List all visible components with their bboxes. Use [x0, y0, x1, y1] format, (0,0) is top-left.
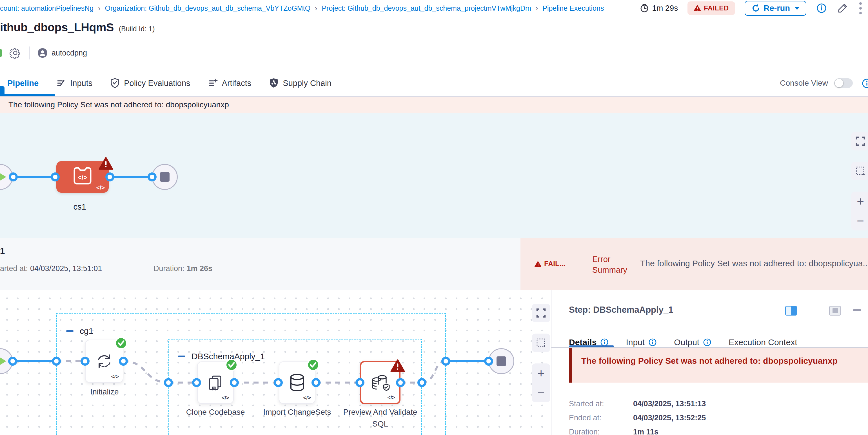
info-icon[interactable] [816, 3, 827, 14]
triggered-by-user: autocdpng [37, 48, 87, 58]
canvas-controls: + − [532, 304, 550, 402]
group-dbschemaapply-header[interactable]: DBSchemaApply_1 [178, 352, 265, 361]
detail-value: 1m 11s [633, 428, 658, 435]
collapse-icon[interactable] [178, 355, 185, 357]
user-name-label: autocdpng [52, 49, 87, 58]
header-actions: 1m 29s FAILED Re-run [640, 1, 868, 16]
zoom-out-button[interactable]: − [537, 386, 545, 399]
zoom-in-button[interactable]: + [537, 367, 545, 379]
zoom-controls: + − [851, 192, 868, 230]
info-icon [648, 338, 657, 347]
step-label-clone-codebase: Clone Codebase [176, 406, 255, 418]
detail-label: Started at: [569, 400, 633, 408]
code-glyph: </> [96, 184, 105, 191]
zoom-out-button[interactable]: − [857, 215, 864, 227]
tab-pipeline[interactable]: Pipeline [7, 79, 39, 88]
connector-port [51, 173, 60, 181]
divider [29, 46, 30, 59]
detail-row-duration: Duration: 1m 11s [569, 428, 658, 435]
selection-tool-button[interactable] [851, 162, 868, 180]
meta-row: autocdpng [0, 45, 87, 61]
minimize-panel-button[interactable] [853, 309, 861, 311]
layout-right-view-button[interactable] [785, 306, 797, 315]
collapse-icon[interactable] [66, 330, 73, 332]
group-cg1-header[interactable]: cg1 [66, 326, 93, 336]
panel-error-text: The following Policy Set was not adhered… [581, 356, 838, 365]
tab-policy-evaluations-label: Policy Evaluations [124, 79, 190, 88]
tab-pipeline-label: Pipeline [7, 79, 39, 88]
step-details-panel: Step: DBSchemaApply_1 Details Input [551, 290, 868, 435]
breadcrumb-separator [315, 4, 317, 12]
connector-port [9, 173, 18, 181]
code-glyph: </> [222, 395, 229, 401]
execution-tabbar: Pipeline Inputs Policy Evaluations [0, 70, 868, 97]
panel-tab-execution-context[interactable]: Execution Context [728, 338, 797, 347]
play-icon [0, 172, 7, 182]
fullscreen-button[interactable] [851, 132, 868, 150]
info-icon[interactable] [861, 78, 868, 89]
step-success-badge [307, 359, 319, 371]
started-label: arted at: [0, 264, 28, 273]
fail-badge: FAIL... [534, 260, 565, 268]
group-cg1-label: cg1 [80, 326, 93, 336]
fullscreen-button[interactable] [532, 304, 550, 322]
status-badge: FAILED [687, 1, 735, 15]
stage-node-cs1[interactable]: </> </> [56, 161, 109, 193]
connector-port [396, 378, 405, 387]
rerun-button[interactable]: Re-run [745, 1, 806, 16]
code-glyph: </> [388, 395, 395, 401]
edit-pencil-icon[interactable] [837, 2, 848, 14]
zoom-in-button[interactable]: + [857, 195, 864, 208]
tab-inputs-label: Inputs [70, 79, 92, 88]
panel-tab-input[interactable]: Input [626, 338, 657, 347]
breadcrumb-project[interactable]: Project: Github_db_devops_aut_db_schema_… [322, 4, 531, 12]
console-view-toggle[interactable] [834, 78, 853, 88]
panel-tab-execution-context-label: Execution Context [728, 338, 797, 347]
connector-port [417, 378, 426, 387]
connector-port [148, 173, 157, 181]
canvas-controls: + − [851, 132, 868, 230]
database-check-icon [370, 373, 390, 392]
console-view-label: Console View [780, 79, 828, 88]
elapsed-time: 1m 29s [640, 3, 678, 13]
pipeline-stage-canvas[interactable]: </> </> cs1 [0, 113, 868, 238]
panel-tab-output[interactable]: Output [674, 338, 712, 347]
more-options-kebab-icon[interactable] [858, 1, 863, 15]
status-badge-label: FAILED [704, 4, 728, 12]
connector-port [8, 357, 17, 366]
database-icon [289, 374, 306, 392]
connector-port [355, 378, 365, 387]
code-glyph: </> [111, 374, 119, 380]
breadcrumb-organization[interactable]: Organization: Github_db_devops_aut_db_sc… [105, 4, 310, 12]
panel-tab-output-label: Output [674, 338, 699, 347]
layout-floating-view-button[interactable] [829, 306, 841, 315]
stage-duration: Duration: 1m 26s [154, 264, 212, 273]
step-success-badge [115, 337, 127, 349]
gear-icon[interactable] [9, 47, 21, 59]
panel-tab-input-label: Input [626, 338, 645, 347]
stage-started-at: arted at: 04/03/2025, 13:51:01 [0, 264, 102, 273]
stage-summary-name: 1 [0, 246, 5, 256]
selection-tool-button[interactable] [532, 334, 550, 352]
step-label-preview-validate-sql: Preview And Validate SQL [341, 406, 420, 430]
breadcrumb-account[interactable]: count: automationPipelinesNg [0, 4, 93, 12]
connector-port [81, 357, 90, 366]
rerun-button-label: Re-run [764, 4, 790, 13]
breadcrumb-pipeline-executions[interactable]: Pipeline Executions [542, 4, 604, 12]
build-id-label: (Build Id: 1) [119, 25, 155, 33]
policy-violation-banner-text: The following Policy Set was not adhered… [8, 100, 229, 109]
connector-port [441, 357, 450, 366]
panel-layout-controls [785, 306, 841, 315]
tab-policy-evaluations[interactable]: Policy Evaluations [110, 78, 190, 89]
tab-inputs[interactable]: Inputs [56, 78, 92, 88]
error-summary-label: Error Summary [592, 254, 637, 275]
info-icon [703, 338, 712, 347]
active-tab-underline [0, 94, 55, 96]
tab-supply-chain[interactable]: Supply Chain [269, 78, 332, 89]
connector-port [484, 357, 493, 366]
tab-artifacts[interactable]: Artifacts [208, 78, 251, 88]
execution-graph-canvas[interactable]: cg1 DBSchemaApply_1 [0, 290, 551, 435]
panel-title: Step: DBSchemaApply_1 [569, 305, 673, 315]
detail-row-started: Started at: 04/03/2025, 13:51:13 [569, 400, 706, 408]
zoom-controls: + − [532, 364, 550, 402]
